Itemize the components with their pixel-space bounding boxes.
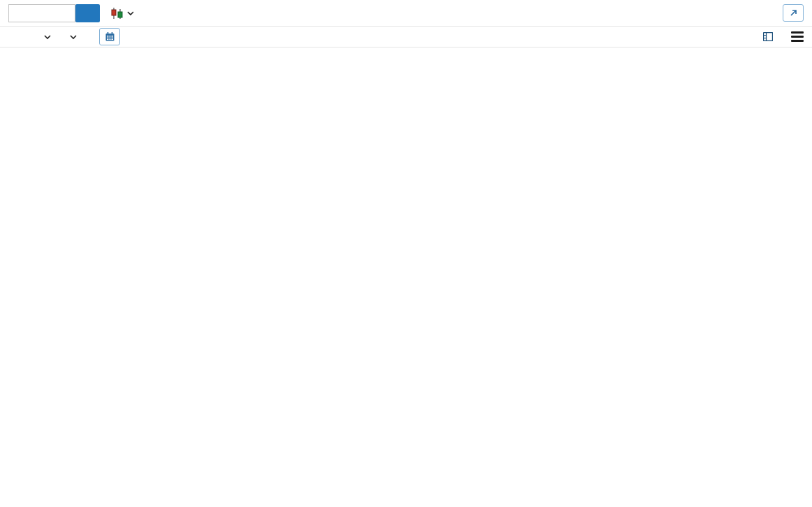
- frequency-dropdown[interactable]: [41, 34, 51, 40]
- menu-button[interactable]: [791, 31, 804, 42]
- expand-arrow-icon: [789, 8, 798, 17]
- top-toolbar: [0, 0, 812, 27]
- candlestick-icon: [110, 7, 125, 20]
- chevron-down-icon: [70, 34, 77, 40]
- expand-button[interactable]: [783, 4, 804, 22]
- chevron-down-icon: [44, 34, 51, 40]
- symbol-lookup: [8, 4, 100, 22]
- chart-canvas[interactable]: [0, 47, 812, 507]
- film-icon: [763, 32, 773, 41]
- period-dropdown[interactable]: [67, 34, 77, 40]
- go-button[interactable]: [75, 4, 100, 22]
- range-toolbar: [0, 27, 812, 47]
- chart-area: [0, 47, 812, 507]
- chart-type-button[interactable]: [110, 7, 134, 20]
- symbol-input[interactable]: [8, 4, 75, 22]
- calendar-button[interactable]: [99, 28, 120, 45]
- calendar-icon: [105, 31, 115, 42]
- chevron-down-icon: [127, 10, 134, 16]
- tutorial-button[interactable]: [763, 32, 776, 41]
